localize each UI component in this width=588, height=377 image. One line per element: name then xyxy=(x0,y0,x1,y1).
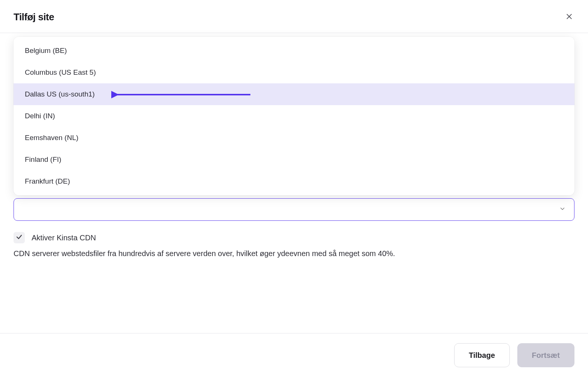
check-icon xyxy=(16,234,23,242)
datacenter-option[interactable]: Frankfurt (DE) xyxy=(14,170,574,192)
modal-footer: Tilbage Fortsæt xyxy=(0,333,588,377)
cdn-label: Aktiver Kinsta CDN xyxy=(32,234,96,242)
datacenter-option[interactable]: Finland (FI) xyxy=(14,149,574,170)
continue-button[interactable]: Fortsæt xyxy=(517,343,574,367)
back-button[interactable]: Tilbage xyxy=(454,343,510,367)
chevron-down-icon xyxy=(559,205,566,214)
datacenter-option[interactable]: Dallas US (us-south1) xyxy=(14,83,574,105)
datacenter-select[interactable] xyxy=(14,198,574,221)
modal-header: Tilføj site xyxy=(0,0,588,33)
add-site-modal: Tilføj site Belgium (BE)Columbus (US Eas… xyxy=(0,0,588,377)
close-icon xyxy=(565,13,573,22)
datacenter-option[interactable]: Columbus (US East 5) xyxy=(14,62,574,83)
datacenter-option[interactable]: Belgium (BE) xyxy=(14,40,574,62)
close-button[interactable] xyxy=(564,12,574,23)
cdn-section: Aktiver Kinsta CDN CDN serverer websteds… xyxy=(14,232,574,259)
datacenter-option[interactable]: Eemshaven (NL) xyxy=(14,127,574,149)
datacenter-dropdown[interactable]: Belgium (BE)Columbus (US East 5)Dallas U… xyxy=(14,37,574,195)
modal-body: Belgium (BE)Columbus (US East 5)Dallas U… xyxy=(0,33,588,333)
cdn-checkbox[interactable] xyxy=(14,232,25,243)
modal-title: Tilføj site xyxy=(14,11,54,23)
datacenter-option[interactable]: Delhi (IN) xyxy=(14,105,574,127)
cdn-description: CDN serverer webstedsfiler fra hundredvi… xyxy=(14,248,574,259)
